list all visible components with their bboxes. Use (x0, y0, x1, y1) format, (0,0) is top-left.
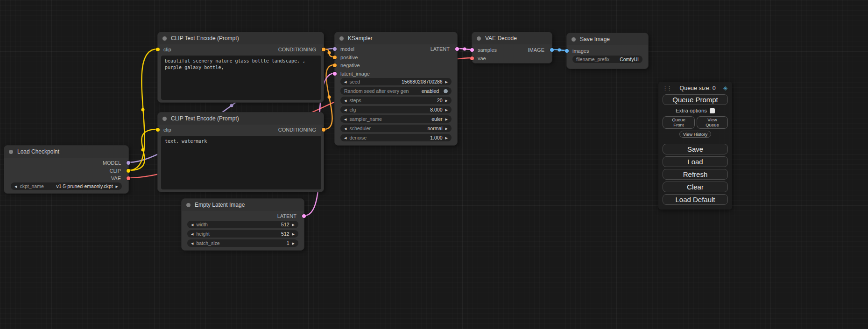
node-titlebar[interactable]: CLIP Text Encode (Prompt) (158, 32, 324, 44)
extra-options-checkbox[interactable] (710, 108, 715, 113)
link-midpoint-dot (141, 108, 145, 112)
arrow-right-icon[interactable]: ▶ (292, 223, 295, 226)
widget-denoise[interactable]: ◀ denoise 1.000 ▶ (340, 134, 452, 141)
output-slot-vae[interactable] (127, 176, 130, 180)
widget-label: sampler_name (349, 116, 381, 122)
node-titlebar[interactable]: KSampler (335, 32, 457, 44)
arrow-left-icon[interactable]: ◀ (344, 108, 346, 112)
collapse-dot[interactable] (339, 36, 344, 41)
output-label-model: MODEL (103, 160, 121, 166)
widget-random-seed-toggle[interactable]: Random seed after every gen enabled (340, 87, 452, 95)
output-slot-conditioning[interactable] (322, 48, 325, 51)
node-load-checkpoint[interactable]: Load Checkpoint MODEL CLIP VAE ◀ ckpt_na… (4, 145, 129, 194)
output-slot-image[interactable] (550, 48, 554, 52)
node-titlebar[interactable]: Load Checkpoint (4, 146, 128, 158)
settings-gear-icon[interactable]: ✳ (723, 85, 728, 92)
widget-ckpt-name[interactable]: ◀ ckpt_name v1-5-pruned-emaonly.ckpt ▶ (11, 182, 122, 190)
output-label-latent: LATENT (277, 213, 296, 219)
input-label-latent-image: latent_image (340, 71, 370, 77)
arrow-right-icon[interactable]: ▶ (445, 80, 448, 84)
output-slot-model[interactable] (127, 161, 130, 165)
queue-size-label: Queue size: 0 (672, 85, 723, 91)
arrow-right-icon[interactable]: ▶ (445, 108, 448, 112)
arrow-left-icon[interactable]: ◀ (191, 223, 193, 226)
arrow-left-icon[interactable]: ◀ (344, 99, 346, 102)
input-slot-negative[interactable] (333, 63, 337, 67)
widget-cfg[interactable]: ◀ cfg 8.000 ▶ (340, 106, 452, 113)
arrow-left-icon[interactable]: ◀ (191, 232, 193, 236)
clear-button[interactable]: Clear (663, 182, 728, 192)
collapse-dot[interactable] (572, 37, 576, 42)
node-titlebar[interactable]: VAE Decode (472, 32, 552, 44)
input-slot-positive[interactable] (333, 56, 337, 59)
arrow-left-icon[interactable]: ◀ (344, 80, 346, 84)
queue-front-button[interactable]: Queue Front (663, 116, 695, 129)
output-slot-conditioning[interactable] (322, 128, 325, 132)
refresh-button[interactable]: Refresh (663, 169, 728, 180)
node-titlebar[interactable]: CLIP Text Encode (Prompt) (158, 112, 324, 125)
widget-value: 156680208700286 (402, 79, 443, 84)
node-title: VAE Decode (485, 35, 517, 42)
node-ksampler[interactable]: KSampler model positive negative latent_… (334, 32, 458, 146)
arrow-left-icon[interactable]: ◀ (191, 242, 193, 245)
output-label-vae: VAE (111, 175, 121, 181)
view-queue-button[interactable]: View Queue (697, 116, 728, 129)
input-slot-samples[interactable] (470, 48, 474, 52)
input-slot-clip[interactable] (156, 48, 160, 51)
node-clip-text-encode-negative[interactable]: CLIP Text Encode (Prompt) clip CONDITION… (157, 112, 324, 192)
node-title: Save Image (580, 36, 610, 42)
collapse-dot[interactable] (162, 117, 167, 121)
output-slot-clip[interactable] (127, 169, 130, 173)
load-button[interactable]: Load (663, 156, 728, 167)
widget-label: denoise (349, 135, 367, 140)
node-titlebar[interactable]: Empty Latent Image (182, 199, 304, 211)
toggle-indicator[interactable] (444, 89, 448, 93)
load-default-button[interactable]: Load Default (663, 194, 728, 205)
widget-seed[interactable]: ◀ seed 156680208700286 ▶ (340, 78, 452, 85)
arrow-right-icon[interactable]: ▶ (445, 136, 448, 140)
input-slot-model[interactable] (333, 47, 337, 51)
input-slot-latent-image[interactable] (333, 72, 337, 76)
node-empty-latent-image[interactable]: Empty Latent Image LATENT ◀ width 512 ▶ … (181, 198, 304, 251)
arrow-left-icon[interactable]: ◀ (14, 185, 17, 188)
drag-handle-icon[interactable]: ⋮⋮ (663, 85, 672, 91)
input-slot-clip[interactable] (156, 128, 160, 132)
prompt-textarea[interactable]: beautiful scenery nature glass bottle la… (161, 56, 321, 100)
arrow-right-icon[interactable]: ▶ (445, 99, 448, 102)
arrow-left-icon[interactable]: ◀ (344, 136, 346, 140)
collapse-dot[interactable] (477, 36, 481, 41)
arrow-right-icon[interactable]: ▶ (116, 185, 118, 188)
output-slot-latent[interactable] (302, 214, 306, 218)
widget-filename-prefix[interactable]: filename_prefix ComfyUI (572, 56, 642, 63)
input-slot-images[interactable] (565, 49, 569, 53)
queue-prompt-button[interactable]: Queue Prompt (663, 94, 728, 105)
collapse-dot[interactable] (9, 150, 13, 154)
arrow-right-icon[interactable]: ▶ (292, 232, 295, 236)
widget-steps[interactable]: ◀ steps 20 ▶ (340, 97, 452, 104)
output-label-conditioning: CONDITIONING (278, 47, 316, 52)
save-button[interactable]: Save (663, 144, 728, 154)
widget-value: 8.000 (430, 107, 442, 112)
collapse-dot[interactable] (186, 203, 191, 207)
arrow-right-icon[interactable]: ▶ (445, 127, 448, 130)
prompt-textarea[interactable]: text, watermark (161, 136, 321, 189)
input-slot-vae[interactable] (470, 56, 474, 60)
view-history-button[interactable]: View History (679, 131, 712, 138)
node-save-image[interactable]: Save Image images filename_prefix ComfyU… (566, 33, 649, 69)
arrow-right-icon[interactable]: ▶ (445, 118, 448, 121)
widget-width[interactable]: ◀ width 512 ▶ (187, 221, 298, 228)
widget-batch-size[interactable]: ◀ batch_size 1 ▶ (187, 239, 298, 247)
link-midpoint-dot (463, 48, 466, 51)
widget-sampler-name[interactable]: ◀ sampler_name euler ▶ (340, 115, 452, 123)
arrow-right-icon[interactable]: ▶ (292, 242, 295, 245)
collapse-dot[interactable] (162, 36, 167, 41)
arrow-left-icon[interactable]: ◀ (344, 118, 346, 121)
arrow-left-icon[interactable]: ◀ (344, 127, 346, 130)
widget-height[interactable]: ◀ height 512 ▶ (187, 230, 298, 238)
node-titlebar[interactable]: Save Image (567, 33, 648, 45)
node-vae-decode[interactable]: VAE Decode samples vae IMAGE (472, 32, 552, 63)
node-clip-text-encode-positive[interactable]: CLIP Text Encode (Prompt) clip CONDITION… (157, 32, 324, 103)
output-slot-latent[interactable] (455, 47, 459, 51)
input-label-samples: samples (478, 47, 497, 53)
widget-scheduler[interactable]: ◀ scheduler normal ▶ (340, 125, 452, 132)
